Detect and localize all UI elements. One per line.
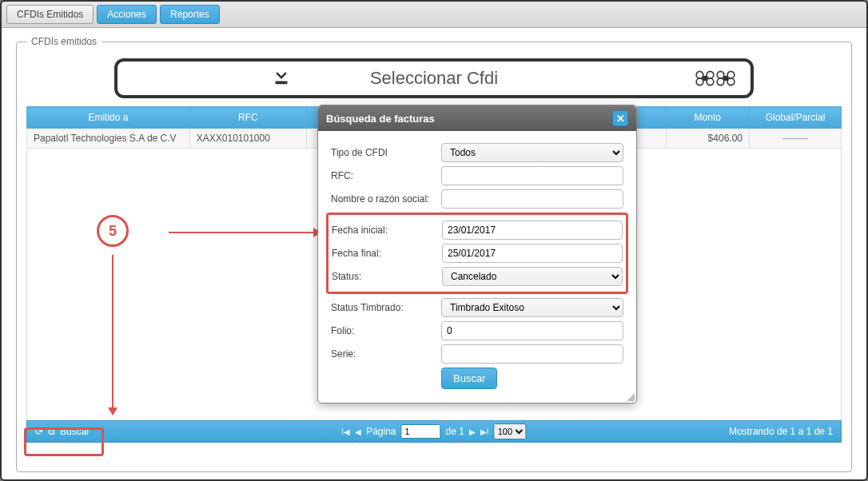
label-folio: Folio: <box>331 325 435 336</box>
label-fecha-inicial: Fecha inicial: <box>332 225 436 236</box>
dialog-search-button[interactable]: Buscar <box>441 368 497 389</box>
fieldset-cfdis: CFDIs emitidos Seleccionar Cfdi Emitido … <box>16 36 852 472</box>
svg-point-9 <box>717 78 724 85</box>
selector-bar[interactable]: Seleccionar Cfdi <box>114 58 754 98</box>
label-status-timbrado: Status Timbrado: <box>331 302 435 313</box>
col-global[interactable]: Global/Parcial <box>750 107 842 129</box>
annotation-highlight-dates: Fecha inicial: Fecha final: Status: Canc… <box>326 213 628 294</box>
de-label: de 1 <box>446 426 464 437</box>
download-arrow-icon <box>269 63 293 93</box>
svg-point-4 <box>696 78 703 85</box>
col-monto[interactable]: Monto <box>666 107 750 129</box>
next-page-icon[interactable]: ▶ <box>469 427 476 436</box>
label-fecha-final: Fecha final: <box>332 248 436 259</box>
pager-status: Mostrando de 1 a 1 de 1 <box>729 426 833 437</box>
svg-point-3 <box>707 71 714 78</box>
svg-point-2 <box>696 71 703 78</box>
pager-buscar-label: Buscar <box>60 426 90 437</box>
per-page-select[interactable]: 100 <box>494 423 527 439</box>
cell-global: -------- <box>750 129 842 149</box>
fieldset-legend: CFDIs emitidos <box>26 36 102 47</box>
pager-bar: ⟳ ⧉ Buscar I◀ ◀ Página de 1 ▶ ▶I 100 Mos… <box>26 420 842 443</box>
butterfly-logo-icon <box>695 68 736 89</box>
input-fecha-inicial[interactable] <box>442 221 623 240</box>
content-area: CFDIs emitidos Seleccionar Cfdi Emitido … <box>2 28 866 480</box>
dialog-title: Búsqueda de facturas <box>326 113 435 125</box>
label-nombre: Nombre o razón social: <box>331 193 435 205</box>
label-rfc: RFC: <box>331 170 435 181</box>
search-popup-icon: ⧉ <box>48 426 55 437</box>
input-serie[interactable] <box>441 344 623 364</box>
select-tipo-cfdi[interactable]: Todos <box>441 143 623 162</box>
main-toolbar: CFDIs Emitidos Acciones Reportes <box>2 2 866 28</box>
close-icon: ✕ <box>616 113 625 125</box>
input-rfc[interactable] <box>441 166 623 185</box>
col-emitido[interactable]: Emitido a <box>27 107 190 129</box>
tab-cfdis-emitidos[interactable]: CFDIs Emitidos <box>6 5 94 24</box>
svg-point-8 <box>727 71 735 78</box>
label-serie: Serie: <box>331 348 435 360</box>
page-input[interactable] <box>401 424 441 439</box>
pager-nav: I◀ ◀ Página de 1 ▶ ▶I 100 <box>341 423 526 439</box>
label-tipo: Tipo de CFDI <box>331 147 435 158</box>
label-status: Status: <box>332 271 436 282</box>
select-status[interactable]: Cancelado <box>442 267 623 286</box>
resize-handle-icon[interactable] <box>627 393 635 401</box>
refresh-icon: ⟳ <box>35 426 43 437</box>
svg-point-7 <box>717 71 724 78</box>
first-page-icon[interactable]: I◀ <box>341 427 350 436</box>
tab-reportes[interactable]: Reportes <box>160 5 220 24</box>
input-fecha-final[interactable] <box>442 244 623 263</box>
app-window: CFDIs Emitidos Acciones Reportes CFDIs e… <box>0 0 868 481</box>
select-status-timbrado[interactable]: Timbrado Exitoso <box>441 298 623 317</box>
prev-page-icon[interactable]: ◀ <box>355 427 361 436</box>
col-rfc[interactable]: RFC <box>189 107 306 129</box>
cell-emitido: Papalotl Technologies S.A de C.V <box>27 129 190 149</box>
cell-rfc: XAXX010101000 <box>189 129 306 149</box>
pagina-label: Página <box>366 426 396 437</box>
svg-point-10 <box>727 78 735 85</box>
svg-point-5 <box>707 78 714 85</box>
svg-rect-0 <box>276 81 288 85</box>
pager-buscar-button[interactable]: ⟳ ⧉ Buscar <box>35 426 90 437</box>
last-page-icon[interactable]: ▶I <box>480 427 489 436</box>
cell-monto: $406.00 <box>666 129 750 149</box>
dialog-body: Tipo de CFDI Todos RFC: Nombre o razón s… <box>318 131 636 403</box>
dialog-header[interactable]: Búsqueda de facturas ✕ <box>318 105 636 131</box>
selector-title: Seleccionar Cfdi <box>370 68 498 89</box>
tab-acciones[interactable]: Acciones <box>97 5 157 24</box>
search-dialog: Búsqueda de facturas ✕ Tipo de CFDI Todo… <box>317 105 637 403</box>
input-folio[interactable] <box>441 321 623 340</box>
input-nombre[interactable] <box>441 189 623 209</box>
dialog-close-button[interactable]: ✕ <box>612 110 628 126</box>
